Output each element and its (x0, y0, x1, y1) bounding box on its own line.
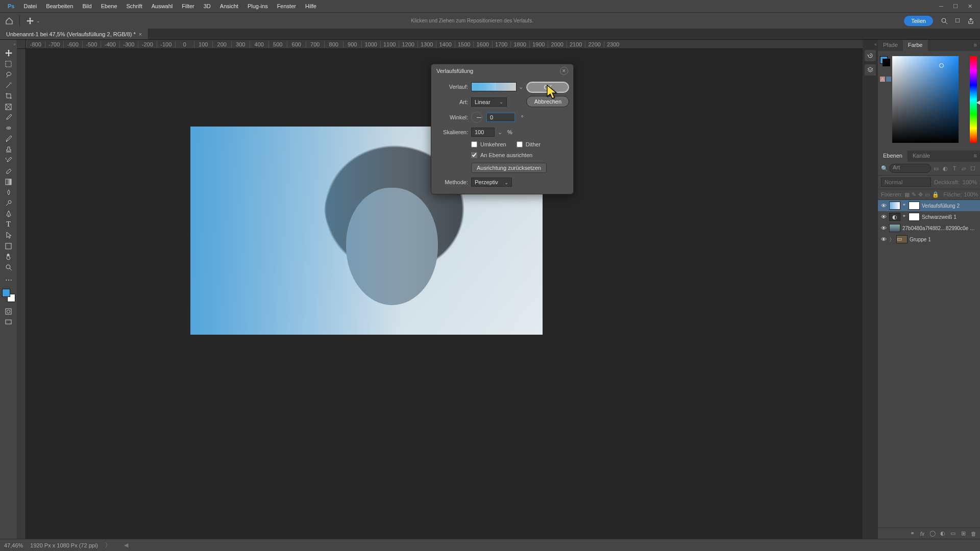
window-close-icon[interactable]: ✕ (963, 2, 977, 10)
menu-hilfe[interactable]: Hilfe (301, 1, 321, 11)
menu-plugins[interactable]: Plug-ins (243, 1, 273, 11)
options-hint: Klicken und Ziehen zum Repositionieren d… (40, 18, 904, 23)
app-logo[interactable]: Ps (3, 1, 19, 11)
search-icon[interactable] (938, 15, 950, 27)
export-icon[interactable] (965, 15, 977, 27)
menu-auswahl[interactable]: Auswahl (147, 1, 178, 11)
document-tab-row: Unbenannt-1 bei 47,5% (Verlaufsfüllung 2… (0, 29, 980, 40)
menu-schrift[interactable]: Schrift (122, 1, 147, 11)
document-tab[interactable]: Unbenannt-1 bei 47,5% (Verlaufsfüllung 2… (0, 29, 149, 39)
menu-filter[interactable]: Filter (177, 1, 199, 11)
close-tab-icon[interactable]: × (139, 31, 142, 37)
menu-bild[interactable]: Bild (78, 1, 96, 11)
window-maximize-icon[interactable]: ☐ (948, 2, 963, 10)
options-bar: ⌄ Klicken und Ziehen zum Repositionieren… (0, 12, 980, 29)
share-button[interactable]: Teilen (904, 16, 933, 26)
document-tab-label: Unbenannt-1 bei 47,5% (Verlaufsfüllung 2… (6, 31, 136, 37)
window-minimize-icon[interactable]: ─ (934, 2, 948, 10)
menu-datei[interactable]: Datei (19, 1, 41, 11)
menu-fenster[interactable]: Fenster (273, 1, 301, 11)
svg-line-1 (945, 22, 947, 24)
workspace-icon[interactable]: ☐ (951, 15, 964, 27)
menu-3d[interactable]: 3D (199, 1, 215, 11)
menu-ansicht[interactable]: Ansicht (215, 1, 243, 11)
move-tool-icon[interactable] (24, 15, 36, 27)
menu-bearbeiten[interactable]: Bearbeiten (41, 1, 78, 11)
menu-ebene[interactable]: Ebene (96, 1, 122, 11)
menu-bar: Ps Datei Bearbeiten Bild Ebene Schrift A… (0, 0, 980, 12)
home-icon[interactable] (3, 15, 15, 27)
svg-point-0 (942, 18, 946, 22)
